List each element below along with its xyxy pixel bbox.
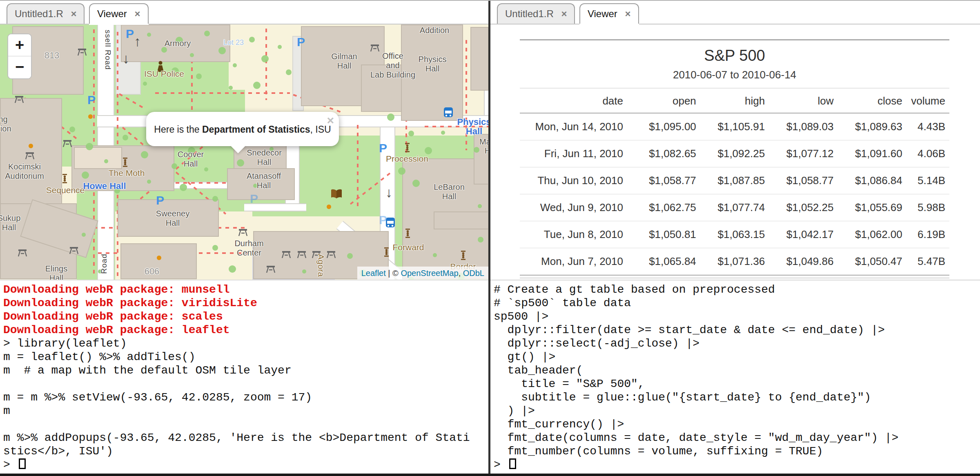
- tree: [196, 73, 202, 79]
- console-line: Downloading webR package: leaflet: [3, 323, 485, 337]
- map-label: 813: [45, 51, 60, 60]
- table-cell: 6.19B: [906, 221, 949, 248]
- table-cell: 5.14B: [906, 167, 949, 194]
- console-line: stics</b>, ISU'): [3, 445, 485, 458]
- monument-icon: [405, 229, 410, 240]
- monument-icon: [384, 247, 389, 258]
- close-icon[interactable]: ×: [625, 8, 630, 19]
- picnic-table-icon: [62, 139, 73, 149]
- close-icon[interactable]: ×: [561, 8, 567, 19]
- map-attribution: Leaflet | © OpenStreetMap, ODbL: [357, 267, 488, 280]
- r-console-right[interactable]: # Create a gt table based on preprocesse…: [490, 280, 980, 474]
- console-line: sp500 |>: [494, 310, 977, 323]
- poi-dot-icon: [327, 205, 331, 209]
- sp500-table: dateopenhighlowclosevolume Mon, Jun 14, …: [520, 89, 949, 276]
- table-cell: $1,062.00: [837, 221, 906, 248]
- tree: [180, 184, 187, 191]
- left-panel: Untitled1.R × Viewer × PPPPPPP↑↓↓ArmoryG…: [0, 1, 488, 476]
- tree: [172, 163, 177, 169]
- map-label: Elings Hall: [45, 264, 67, 280]
- openstreetmap-link[interactable]: OpenStreetMap: [401, 269, 458, 278]
- tree: [104, 159, 108, 163]
- console-line: tab_header(: [494, 364, 977, 377]
- map-label: Sweeney Hall: [156, 209, 189, 228]
- console-line: fmt_date(columns = date, date_style = "w…: [494, 431, 977, 445]
- r-console-left[interactable]: Downloading webR package: munsellDownloa…: [0, 280, 488, 474]
- map-label: Addition: [420, 26, 449, 35]
- tab-untitled1-right[interactable]: Untitled1.R ×: [497, 3, 575, 24]
- table-row: Mon, Jun 14, 2010$1,095.00$1,105.91$1,08…: [520, 113, 949, 140]
- odbl-link[interactable]: ODbL: [463, 269, 484, 278]
- tree: [82, 171, 89, 179]
- map-label: Lot 23: [223, 38, 244, 47]
- table-cell: $1,077.74: [700, 194, 769, 221]
- table-cell: Thu, Jun 10, 2010: [520, 167, 627, 194]
- console-line: >: [3, 458, 485, 472]
- table-cell: $1,049.86: [769, 248, 837, 276]
- building: [470, 27, 488, 91]
- leaflet-link[interactable]: Leaflet: [361, 269, 386, 278]
- table-cell: $1,065.84: [627, 248, 700, 276]
- console-line: title = "S&P 500",: [494, 377, 977, 391]
- console-line: m = leaflet() %>% addTiles(): [3, 350, 485, 364]
- tree: [478, 204, 482, 208]
- table-cell: $1,089.63: [837, 113, 906, 140]
- zoom-out-button[interactable]: −: [8, 56, 31, 78]
- map-label: ng lion: [0, 115, 11, 133]
- picnic-table-icon: [265, 265, 276, 275]
- table-cell: $1,091.60: [837, 140, 906, 167]
- tree: [302, 269, 306, 274]
- tree: [433, 253, 437, 257]
- tree: [253, 82, 261, 89]
- tree: [229, 265, 236, 273]
- console-line: [3, 377, 485, 391]
- tree: [229, 86, 233, 90]
- table-cell: $1,105.91: [700, 113, 769, 140]
- tree: [347, 253, 353, 259]
- tree: [233, 63, 237, 67]
- parking-icon: P: [156, 194, 164, 207]
- tree: [204, 167, 208, 171]
- right-tab-bar: Untitled1.R × Viewer ×: [490, 1, 980, 24]
- close-icon[interactable]: ×: [71, 8, 76, 19]
- console-line: subtitle = glue::glue("{start_date} to {…: [494, 391, 977, 404]
- map-label: 606: [145, 267, 160, 276]
- map-label: Physics Hall: [457, 117, 488, 136]
- tree: [141, 151, 148, 158]
- console-line: dplyr::filter(date >= start_date & date …: [494, 323, 977, 337]
- gt-table: S&P 500 2010-06-07 to 2010-06-14 dateope…: [520, 39, 949, 278]
- map-label: Armory: [165, 39, 191, 48]
- console-line: m: [3, 404, 485, 418]
- popup-close-icon[interactable]: ×: [327, 113, 334, 127]
- right-panel: Untitled1.R × Viewer × S&P 500 2010-06-0…: [490, 1, 980, 476]
- map-label: ISU Police: [144, 69, 184, 78]
- table-subtitle: 2010-06-07 to 2010-06-14: [520, 69, 949, 89]
- table-row: Tue, Jun 8, 2010$1,050.81$1,063.15$1,042…: [520, 221, 949, 248]
- map-popup: Here is the Department of Statistics, IS…: [146, 112, 339, 146]
- map-label: Procession: [386, 154, 428, 163]
- tree: [190, 53, 194, 57]
- oneway-up-icon: ↑: [134, 33, 141, 49]
- close-icon[interactable]: ×: [134, 8, 140, 19]
- picnic-table-icon: [77, 47, 87, 58]
- console-line: fmt_currency() |>: [494, 418, 977, 431]
- poi-dot-icon: [88, 114, 93, 119]
- tab-viewer-right[interactable]: Viewer ×: [579, 3, 639, 24]
- tree: [478, 237, 483, 242]
- zoom-in-button[interactable]: +: [8, 34, 31, 56]
- monument-icon: [461, 251, 466, 262]
- tree: [261, 55, 269, 62]
- table-cell: $1,050.81: [627, 221, 700, 248]
- panel-divider[interactable]: [488, 1, 490, 476]
- leaflet-map[interactable]: PPPPPPP↑↓↓ArmoryGilman HallOffice and La…: [0, 24, 488, 280]
- map-label: Sequence: [46, 185, 85, 195]
- tree: [86, 143, 93, 150]
- map-label: Kocimski Auditorium: [5, 162, 44, 181]
- table-cell: $1,055.69: [837, 194, 906, 221]
- table-cell: Tue, Jun 8, 2010: [520, 221, 627, 248]
- tree: [278, 45, 282, 49]
- table-bottom-border: [520, 276, 949, 278]
- tab-viewer-left[interactable]: Viewer ×: [89, 3, 149, 24]
- tab-untitled1-left[interactable]: Untitled1.R ×: [7, 3, 85, 24]
- table-cell: $1,082.65: [627, 140, 700, 167]
